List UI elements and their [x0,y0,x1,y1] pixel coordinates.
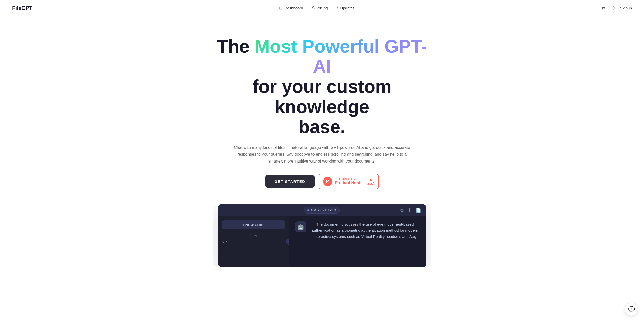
hero-title-the: The [217,36,249,57]
navbar: FileGPT ⊞ Dashboard $ Pricing ℹ Updates … [0,0,644,16]
app-preview: GPT-3.5-TURBO ⧉ ⬆ 📄 + NEW CHAT Today ∨ [213,204,431,267]
model-status-dot [307,209,309,211]
producthunt-logo: P [323,177,332,186]
file-preview-icon: 🤖 [295,221,306,232]
file-icon[interactable]: 📄 [416,207,421,213]
preview-message-text: The document discusses the use of eye mo… [310,221,420,240]
preview-window: GPT-3.5-TURBO ⧉ ⬆ 📄 + NEW CHAT Today ∨ [218,204,426,267]
hero-title-most: Most [254,36,297,57]
preview-sidebar: + NEW CHAT Today ∨ c [218,216,289,249]
nav-link-updates[interactable]: ℹ Updates [337,6,355,10]
producthunt-count: 257 [367,181,374,186]
logo: FileGPT [12,5,32,11]
today-label: Today [222,234,285,237]
topbar-icons: ⧉ ⬆ 📄 [400,207,421,213]
hero-section: The Most Powerful GPT-AI for your custom… [208,16,436,277]
preview-topbar: GPT-3.5-TURBO ⧉ ⬆ 📄 [218,204,426,216]
nav-link-pricing[interactable]: $ Pricing [312,6,328,10]
hero-title-line3: base. [299,117,345,137]
model-badge-label: GPT-3.5-TURBO [311,208,336,212]
translate-icon[interactable]: ⇄ [601,5,606,11]
producthunt-count-block: ▲ 257 [364,177,374,186]
producthunt-text: FEATURED ON Product Hunt [335,178,360,185]
copy-icon[interactable]: ⧉ [400,208,404,213]
updates-icon: ℹ [337,6,339,10]
get-started-button[interactable]: GET STARTED [265,175,314,188]
pricing-icon: $ [312,6,315,10]
producthunt-arrow-icon: ▲ [369,177,372,181]
theme-toggle-icon[interactable]: ☽ [611,5,615,11]
upload-icon[interactable]: ⬆ [408,207,411,213]
hero-title-line2: for your custom knowledge [252,76,391,117]
hero-title-powerful: Powerful [302,36,379,57]
model-badge-center[interactable]: GPT-3.5-TURBO [304,207,340,214]
new-chat-button[interactable]: + NEW CHAT [222,220,285,229]
sidebar-chat-item[interactable]: ∨ c [222,239,285,245]
preview-sidebar-wrapper: + NEW CHAT Today ∨ c ← [218,216,289,267]
nav-link-dashboard[interactable]: ⊞ Dashboard [279,6,303,10]
producthunt-featured-label: FEATURED ON [335,178,356,181]
nav-right: ⇄ ☽ Sign In [601,5,632,11]
preview-body: + NEW CHAT Today ∨ c ← 🤖 The document di… [218,216,426,267]
hero-title: The Most Powerful GPT-AI for your custom… [213,37,431,137]
hero-actions: GET STARTED P FEATURED ON Product Hunt ▲… [213,174,431,189]
chat-item-label: c [226,240,228,244]
dashboard-icon: ⊞ [279,6,283,10]
collapse-chevron-icon: ∨ [222,240,224,244]
nav-links: ⊞ Dashboard $ Pricing ℹ Updates [279,6,354,10]
signin-button[interactable]: Sign In [620,6,632,10]
producthunt-name: Product Hunt [335,181,360,185]
product-hunt-badge[interactable]: P FEATURED ON Product Hunt ▲ 257 [319,174,379,189]
preview-main: 🤖 The document discusses the use of eye … [289,216,426,267]
hero-subtitle: Chat with many kinds of files in natural… [231,144,414,165]
preview-message: 🤖 The document discusses the use of eye … [295,221,420,240]
